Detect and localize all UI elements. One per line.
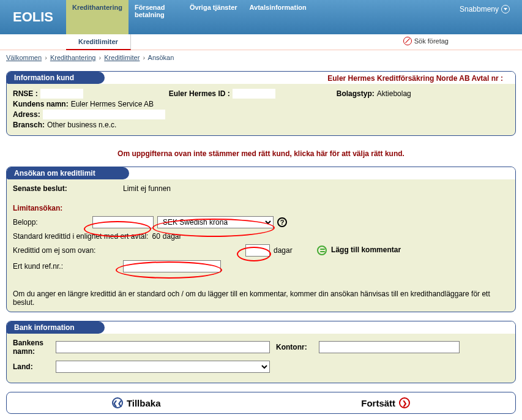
days-unit: dagar [274, 246, 293, 255]
limit-application-title: Limitansökan: [13, 204, 509, 212]
nav-label: betalning [135, 11, 165, 18]
chevron-down-icon [501, 5, 510, 13]
days-unit: dagar [163, 232, 182, 241]
nav-label: Övriga tjänster [190, 4, 237, 11]
referral-note: Om du anger en längre kredittid än er st… [13, 290, 509, 307]
nav-forsenad-betalning[interactable]: Försenad betalning [129, 0, 184, 34]
company-type-label: Bolagstyp: [337, 89, 375, 98]
bank-name-label: Bankens namn: [13, 339, 56, 356]
credit-if-not-label: Kredittid om ej som ovan: [13, 246, 245, 255]
nav-avtalsinformation[interactable]: Avtalsinformation [244, 0, 313, 34]
tab-kreditlimiter[interactable]: Kreditlimiter [66, 34, 131, 50]
bank-panel: Bank information Bankens namn: Kontonr: … [6, 321, 516, 383]
wrong-customer-alert: Om uppgifterna ovan inte stämmer med rät… [6, 144, 516, 167]
nav-label: Kredithantering [72, 4, 122, 11]
add-comment-link[interactable]: Lägg till kommentar [317, 246, 401, 255]
apply-panel: Ansökan om kreditlimit Senaste beslut: L… [6, 167, 516, 312]
address-label: Adress: [13, 110, 40, 119]
customer-name-label: Kundens namn: [13, 100, 69, 108]
quick-menu[interactable]: Snabbmeny [460, 0, 522, 34]
breadcrumb: Välkommen › Kredithantering › Kreditlimi… [0, 50, 522, 65]
your-ref-input[interactable] [123, 260, 221, 272]
country-select[interactable] [56, 361, 270, 373]
breadcrumb-item: Ansökan [148, 54, 174, 61]
credit-days-input[interactable] [245, 244, 270, 257]
search-company[interactable]: Sök företag [403, 37, 449, 45]
contract-line: Euler Hermes Kreditförsäkring Norde AB A… [327, 74, 503, 83]
breadcrumb-item[interactable]: Kredithantering [50, 54, 96, 61]
search-label: Sök företag [414, 37, 449, 45]
rnse-label: RNSE : [13, 89, 38, 98]
brand-logo: EOLIS [0, 0, 66, 34]
continue-button[interactable]: Fortsätt ❯ [361, 397, 410, 408]
nav-ovriga-tjanster[interactable]: Övriga tjänster [184, 0, 244, 34]
latest-decision-label: Senaste beslut: [13, 184, 123, 193]
back-button[interactable]: ❮❮ Tillbaka [112, 397, 161, 408]
comment-icon [317, 246, 327, 255]
panel-title: Ansökan om kreditlimit [7, 167, 129, 179]
account-input[interactable] [319, 341, 460, 353]
bank-name-input[interactable] [56, 341, 270, 353]
industry-value: Other business n.e.c. [47, 121, 116, 129]
breadcrumb-item[interactable]: Välkommen [6, 54, 42, 61]
your-ref-label: Ert kund ref.nr.: [13, 262, 123, 271]
forward-icon: ❯ [399, 397, 410, 408]
panel-title: Information kund [7, 72, 105, 84]
panel-title: Bank information [7, 321, 105, 334]
amount-label: Belopp: [13, 218, 92, 227]
nav-kredithantering[interactable]: Kredithantering [66, 0, 129, 34]
industry-label: Bransch: [13, 121, 45, 129]
latest-decision-value: Limit ej funnen [123, 184, 171, 193]
country-label: Land: [13, 362, 56, 371]
ehid-label: Euler Hermes ID : [169, 89, 230, 98]
nav-label: Försenad [135, 4, 165, 11]
nav-label: Avtalsinformation [250, 4, 307, 11]
top-navigation: EOLIS Kredithantering Försenad betalning… [0, 0, 522, 34]
ehid-value [233, 89, 275, 99]
company-type-value: Aktiebolag [377, 89, 411, 98]
currency-select[interactable]: SEK Swedish krona [157, 216, 274, 228]
account-label: Kontonr: [276, 343, 319, 351]
search-icon [403, 37, 412, 45]
std-credit-value: 60 [152, 232, 160, 241]
info-kund-panel: Information kund Euler Hermes Kreditförs… [6, 71, 516, 136]
address-value [43, 110, 165, 119]
help-icon[interactable]: ? [277, 217, 287, 227]
customer-name-value: Euler Hermes Service AB [71, 100, 154, 108]
button-bar: ❮❮ Tillbaka Fortsätt ❯ [6, 392, 516, 414]
rnse-value [40, 89, 83, 99]
back-icon: ❮❮ [112, 397, 123, 408]
std-credit-label: Standard kredittid i enlighet med ert av… [13, 232, 148, 241]
breadcrumb-item[interactable]: Kreditlimiter [104, 54, 140, 61]
amount-input[interactable] [92, 216, 154, 228]
click-here-link[interactable]: klicka här [294, 149, 327, 158]
quick-menu-label: Snabbmeny [460, 5, 499, 13]
sub-tabs: Kreditlimiter Sök företag [0, 34, 522, 50]
